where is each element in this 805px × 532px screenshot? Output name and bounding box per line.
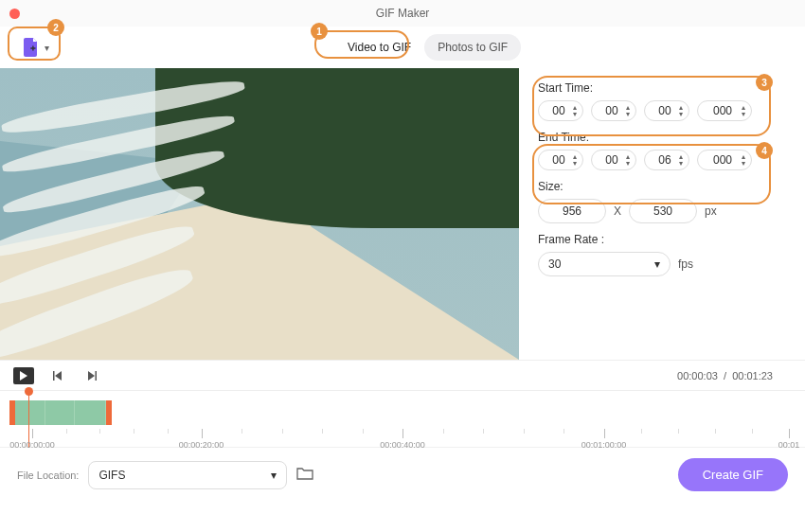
start-ms-stepper[interactable]: 000▴▾ (697, 100, 752, 121)
play-icon (19, 371, 28, 381)
file-location-select[interactable]: GIFS ▾ (88, 461, 287, 489)
size-unit: px (705, 204, 717, 218)
end-ms-stepper[interactable]: 000▴▾ (697, 150, 752, 170)
prev-frame-icon (52, 370, 63, 381)
frame-rate-unit: fps (678, 257, 693, 271)
start-seconds-stepper[interactable]: 00▴▾ (644, 100, 689, 121)
tab-video-to-gif[interactable]: Video to GIF (334, 34, 424, 61)
play-button[interactable] (13, 367, 34, 384)
timeline[interactable]: 00:00:00:0000:00:20:0000:00:40:0000:01:0… (0, 390, 805, 447)
chevron-down-icon: ▾ (271, 469, 277, 482)
frame-rate-label: Frame Rate : (538, 233, 788, 246)
start-time-group: Start Time: 00▴▾ 00▴▾ 00▴▾ 000▴▾ (538, 81, 788, 121)
settings-panel: Start Time: 00▴▾ 00▴▾ 00▴▾ 000▴▾ End Tim… (519, 68, 805, 360)
size-separator: X (614, 204, 621, 218)
add-media-button[interactable]: ▾ (13, 31, 56, 63)
next-frame-icon (86, 370, 98, 381)
size-width-input[interactable]: 956 (538, 199, 606, 223)
size-height-input[interactable]: 530 (629, 199, 697, 223)
end-minutes-stepper[interactable]: 00▴▾ (591, 150, 636, 170)
create-gif-button[interactable]: Create GIF (678, 458, 788, 491)
start-hours-stepper[interactable]: 00▴▾ (538, 100, 583, 121)
window-title: GIF Maker (376, 7, 430, 20)
timeline-ruler: 00:00:00:0000:00:20:0000:00:40:0000:01:0… (0, 429, 805, 448)
next-frame-button[interactable] (81, 367, 102, 384)
end-time-group: End Time: 00▴▾ 00▴▾ 06▴▾ 000▴▾ (538, 131, 788, 170)
open-folder-button[interactable] (296, 467, 313, 484)
end-time-label: End Time: (538, 131, 788, 144)
current-time: 00:00:03 (677, 370, 718, 381)
mode-tabs: Video to GIF Photos to GIF (334, 34, 521, 61)
start-minutes-stepper[interactable]: 00▴▾ (591, 100, 636, 121)
chevron-down-icon: ▾ (654, 257, 660, 271)
window-close-dot[interactable] (9, 9, 20, 19)
folder-icon (296, 467, 313, 480)
svg-rect-1 (96, 371, 98, 381)
end-hours-stepper[interactable]: 00▴▾ (538, 150, 583, 170)
tab-photos-to-gif[interactable]: Photos to GIF (424, 34, 521, 61)
start-time-label: Start Time: (538, 81, 788, 95)
frame-rate-group: Frame Rate : 30 ▾ fps (538, 233, 788, 276)
content-area: Start Time: 00▴▾ 00▴▾ 00▴▾ 000▴▾ End Tim… (0, 68, 805, 360)
add-media-chevron-icon: ▾ (45, 43, 49, 53)
svg-rect-0 (53, 371, 55, 381)
timeline-tick-label: 00:01:00:00 (581, 440, 627, 450)
frame-rate-select[interactable]: 30 ▾ (538, 252, 671, 276)
footer: File Location: GIFS ▾ Create GIF (0, 447, 805, 502)
timeline-clip[interactable] (9, 400, 112, 425)
time-display: 00:00:03 / 00:01:23 (677, 370, 773, 381)
add-file-icon (20, 36, 43, 59)
file-location-label: File Location: (17, 470, 79, 481)
timeline-tick-label: 00:00:00:00 (9, 440, 55, 450)
video-preview[interactable] (0, 68, 519, 360)
toolbar: ▾ Video to GIF Photos to GIF (0, 27, 805, 68)
timeline-tick-label: 00:01 (778, 440, 800, 450)
playbar: 00:00:03 / 00:01:23 (0, 360, 805, 390)
timeline-tick-label: 00:00:20:00 (179, 440, 224, 450)
total-time: 00:01:23 (732, 370, 773, 381)
size-group: Size: 956 X 530 px (538, 180, 788, 223)
size-label: Size: (538, 180, 788, 193)
prev-frame-button[interactable] (47, 367, 68, 384)
end-seconds-stepper[interactable]: 06▴▾ (644, 150, 689, 170)
timeline-tick-label: 00:00:40:00 (380, 440, 425, 450)
titlebar: GIF Maker (0, 0, 805, 27)
